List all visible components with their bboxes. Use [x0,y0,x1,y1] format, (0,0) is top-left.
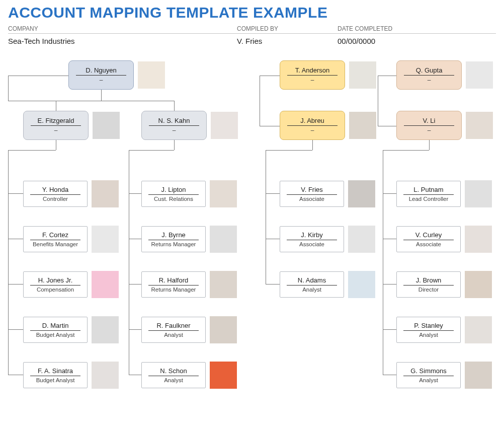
avatar [348,226,375,253]
header-labels-row: COMPANY COMPILED BY DATE COMPLETED [8,25,496,34]
person-name: N. Schon [160,367,187,376]
role-dash: – [173,126,176,134]
avatar [465,362,492,389]
avatar [92,180,119,207]
avatar [92,362,119,389]
card-e-fitzgerald: E. Fitzgerald – [23,111,120,140]
connector [266,239,280,239]
connector [129,329,141,330]
person-role: Analyst [419,376,438,383]
connector [129,239,141,239]
label-date-completed: DATE COMPLETED [338,25,428,32]
person-role: Analyst [164,331,183,338]
connector [8,150,9,375]
card-leaf: L. PutnamLead Controller [396,180,492,207]
connector [8,375,23,375]
card-leaf: R. FaulknerAnalyst [141,316,237,343]
card-leaf: P. StanleyAnalyst [396,316,492,343]
connector [383,193,396,194]
role-dash: – [428,126,431,134]
person-name: V. Fries [301,186,323,194]
card-t-anderson: T. Anderson – [280,60,376,90]
value-compiled-by: V. Fries [237,37,338,45]
person-name: F. A. Sinatra [38,367,73,376]
avatar [465,271,492,298]
person-name: G. Simmons [410,367,447,376]
connector [8,76,68,76]
value-date-completed: 00/00/0000 [338,37,428,45]
avatar [210,316,237,343]
card-leaf: F. A. SinatraBudget Analyst [23,362,119,389]
role-dash: – [311,126,314,134]
person-name: R. Halford [159,276,189,285]
person-name: F. Cortez [42,231,68,240]
avatar [92,316,119,343]
connector [8,239,23,239]
avatar [349,61,376,89]
connector [383,284,396,284]
connector [378,76,396,76]
card-leaf: D. MartinBudget Analyst [23,316,119,343]
person-name: Q. Gupta [416,66,443,75]
connector [383,375,396,375]
value-company: Sea-Tech Industries [8,37,237,45]
avatar [210,180,237,207]
box: Q. Gupta – [396,60,462,90]
connector [56,101,56,111]
role-dash: – [100,76,103,84]
connector [56,140,56,150]
avatar [211,112,238,139]
connector [266,193,280,194]
connector [260,76,260,126]
card-leaf: V. FriesAssociate [280,180,375,207]
connector [174,140,175,150]
person-role: Controller [43,195,68,202]
card-leaf: J. ByrneReturns Manager [141,226,237,253]
box: T. Anderson – [280,60,345,90]
connector [129,193,141,194]
person-role: Analyst [302,286,321,293]
label-compiled-by: COMPILED BY [237,25,338,32]
avatar [466,112,493,139]
person-name: R. Faulkner [156,322,190,330]
header-values-row: Sea-Tech Industries V. Fries 00/00/0000 [8,34,496,45]
box: E. Fitzgerald – [23,111,89,140]
card-leaf: J. KirbyAssociate [280,226,375,253]
avatar [138,61,165,89]
person-role: Associate [299,195,324,202]
box: Y. Honda Controller [23,181,88,207]
person-role: Cust. Relations [154,195,193,202]
connector [8,329,23,330]
box: N. S. Kahn – [141,111,207,140]
connector [378,126,396,126]
avatar [465,180,492,207]
person-role: Director [418,286,439,293]
connector [429,140,430,150]
person-name: J. Abreu [300,117,324,125]
connector [8,101,174,101]
person-name: N. Adams [298,276,326,285]
box: D. Nguyen – [68,60,134,90]
avatar [92,271,119,298]
connector [129,284,141,284]
person-role: Returns Manager [151,286,196,293]
person-role: Compensation [37,286,74,293]
connector [383,329,396,330]
connector [8,193,23,194]
person-role: Benefits Manager [33,240,78,247]
card-leaf: N. SchonAnalyst [141,362,237,389]
card-d-nguyen: D. Nguyen – [68,60,165,90]
connector [260,76,280,76]
card-leaf: G. SimmonsAnalyst [396,362,492,389]
person-name: N. S. Kahn [158,117,190,125]
role-dash: – [428,76,431,84]
connector [129,150,174,151]
person-name: P. Stanley [414,322,443,330]
connector [266,284,280,284]
card-q-gupta: Q. Gupta – [396,60,493,90]
card-j-abreu: J. Abreu – [280,111,376,140]
person-name: Y. Honda [42,186,69,194]
card-n-s-kahn: N. S. Kahn – [141,111,238,140]
person-name: J. Byrne [161,231,186,240]
person-role: Lead Controller [409,195,449,202]
